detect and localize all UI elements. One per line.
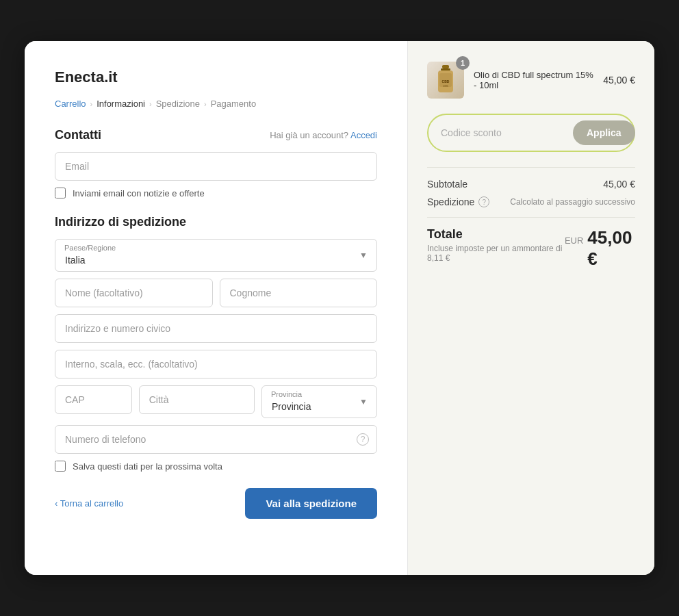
subtotal-label: Subtotale — [427, 179, 467, 190]
shipping-title: Indirizzo di spedizione — [55, 215, 377, 229]
apartment-group — [55, 350, 377, 378]
save-data-row: Salva questi dati per la prossima volta — [55, 461, 377, 472]
breadcrumb: Carrello › Informazioni › Spedizione › P… — [55, 99, 377, 109]
newsletter-row: Inviami email con notizie e offerte — [55, 188, 377, 198]
cap-input[interactable] — [55, 385, 132, 414]
total-left: Totale Incluse imposte per un ammontare … — [427, 227, 565, 263]
discount-section: Applica — [427, 114, 635, 152]
svg-text:15%: 15% — [443, 85, 448, 88]
city-field — [139, 385, 255, 418]
total-tax-info: Incluse imposte per un ammontare di 8,11… — [427, 244, 565, 263]
breadcrumb-carrello[interactable]: Carrello — [55, 99, 86, 109]
email-group — [55, 152, 377, 181]
breadcrumb-sep-3: › — [204, 100, 207, 108]
city-input[interactable] — [139, 385, 255, 414]
phone-wrapper: ? — [55, 425, 377, 454]
right-panel: CBD 15% 1 Olio di CBD full spectrum 15% … — [408, 41, 654, 575]
newsletter-label: Inviami email con notizie e offerte — [73, 188, 205, 198]
svg-text:CBD: CBD — [442, 79, 450, 84]
phone-help-icon[interactable]: ? — [357, 433, 369, 446]
shipping-section: Indirizzo di spedizione Paese/Regione It… — [55, 215, 377, 472]
save-data-label: Salva questi dati per la prossima volta — [73, 461, 222, 472]
total-amount: 45,00 € — [587, 227, 635, 270]
left-panel: Enecta.it Carrello › Informazioni › Sped… — [25, 41, 408, 575]
address-input[interactable] — [55, 314, 377, 343]
apartment-input[interactable] — [55, 350, 377, 378]
breadcrumb-sep-2: › — [149, 100, 152, 108]
total-currency: EUR — [565, 235, 583, 246]
quantity-badge: 1 — [456, 56, 470, 70]
shipping-help-icon[interactable]: ? — [478, 196, 489, 207]
total-right: EUR 45,00 € — [565, 227, 635, 270]
total-row: Totale Incluse imposte per un ammontare … — [427, 217, 635, 270]
contacts-header: Contatti Hai già un account? Accedi — [55, 128, 377, 142]
cap-city-row: Provincia Provincia ▼ — [55, 385, 377, 418]
product-img-wrapper: CBD 15% 1 — [427, 62, 464, 99]
bottom-row: ‹ Torna al carrello Vai alla spedizione — [55, 488, 377, 519]
last-name-input[interactable] — [220, 279, 378, 307]
total-label: Totale — [427, 227, 565, 242]
svg-rect-1 — [441, 68, 450, 70]
first-name-input[interactable] — [55, 279, 213, 307]
breadcrumb-informazioni: Informazioni — [97, 99, 145, 109]
shipping-label: Spedizione ? — [427, 196, 489, 207]
product-bottle-icon: CBD 15% — [433, 64, 459, 97]
discount-input[interactable] — [434, 120, 567, 145]
name-row — [55, 279, 377, 307]
product-name: Olio di CBD full spectrum 15% - 10ml — [474, 70, 593, 90]
country-wrapper: Paese/Regione Italia ▼ — [55, 239, 377, 272]
newsletter-checkbox[interactable] — [55, 188, 66, 198]
provincia-select[interactable]: Provincia — [261, 385, 377, 418]
svg-rect-0 — [442, 65, 449, 68]
product-price: 45,00 € — [603, 75, 635, 86]
accedi-link[interactable]: Accedi — [350, 130, 377, 140]
brand-title: Enecta.it — [55, 68, 377, 86]
breadcrumb-pagamento: Pagamento — [211, 99, 257, 109]
subtotal-value: 45,00 € — [603, 179, 635, 190]
save-data-checkbox[interactable] — [55, 461, 66, 472]
breadcrumb-spedizione: Spedizione — [156, 99, 200, 109]
back-link[interactable]: ‹ Torna al carrello — [55, 498, 123, 509]
order-summary: Subtotale 45,00 € Spedizione ? Calcolato… — [427, 167, 635, 270]
checkout-card: Enecta.it Carrello › Informazioni › Sped… — [25, 41, 654, 575]
subtotal-row: Subtotale 45,00 € — [427, 179, 635, 190]
breadcrumb-sep-1: › — [90, 100, 93, 108]
apply-button[interactable]: Applica — [573, 120, 635, 145]
next-button[interactable]: Vai alla spedizione — [245, 488, 377, 519]
product-row: CBD 15% 1 Olio di CBD full spectrum 15% … — [427, 62, 635, 99]
account-prompt: Hai già un account? Accedi — [270, 130, 377, 140]
phone-input[interactable] — [55, 425, 377, 454]
country-select[interactable]: Italia — [55, 239, 377, 272]
shipping-value: Calcolato al passaggio successivo — [510, 197, 635, 207]
provincia-wrapper: Provincia Provincia ▼ — [261, 385, 377, 418]
email-input[interactable] — [55, 152, 377, 181]
address-group — [55, 314, 377, 343]
shipping-row: Spedizione ? Calcolato al passaggio succ… — [427, 196, 635, 207]
cap-field — [55, 385, 132, 418]
contacts-title: Contatti — [55, 128, 101, 142]
